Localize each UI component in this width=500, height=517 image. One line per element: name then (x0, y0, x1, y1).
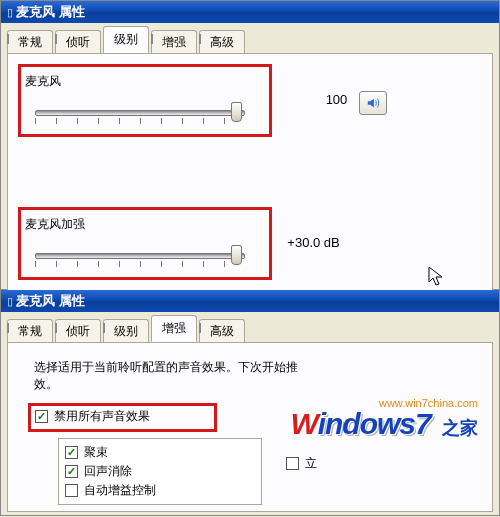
tab-advanced[interactable]: 高级 (199, 30, 245, 54)
tab-general[interactable]: 常规 (7, 30, 53, 54)
effects-list: 聚束 回声消除 自动增益控制 (58, 438, 262, 505)
tab-strip-top: 常规 侦听 级别 增强 高级 (1, 23, 499, 53)
boost-label: 麦克风加强 (25, 216, 265, 233)
effect-label: 回声消除 (84, 463, 132, 480)
highlight-mic-group: 麦克风 (18, 64, 272, 137)
effect-echo-cancel-checkbox[interactable] (65, 465, 78, 478)
window-title: 麦克风 属性 (16, 3, 85, 21)
tab-levels[interactable]: 级别 (103, 26, 149, 53)
levels-panel: 麦克风 100 麦克风加强 (7, 53, 493, 313)
mic-slider-thumb[interactable] (231, 102, 242, 122)
disable-all-effects-label: 禁用所有声音效果 (54, 408, 150, 425)
sysmenu-icon: ▯ (7, 295, 13, 308)
list-item: 聚束 (65, 443, 255, 462)
tab-listen[interactable]: 侦听 (55, 319, 101, 343)
list-item: 自动增益控制 (65, 481, 255, 500)
highlight-boost-group: 麦克风加强 (18, 207, 272, 280)
effect-label: 自动增益控制 (84, 482, 156, 499)
tab-enhance[interactable]: 增强 (151, 30, 197, 54)
right-option-checkbox[interactable] (286, 457, 299, 470)
list-item: 回声消除 (65, 462, 255, 481)
speaker-icon (366, 96, 380, 110)
window-title: 麦克风 属性 (16, 292, 85, 310)
tab-enhance[interactable]: 增强 (151, 315, 197, 342)
boost-slider-thumb[interactable] (231, 245, 242, 265)
enhance-description: 选择适用于当前聆听配置的声音效果。下次开始推 效。 (18, 353, 482, 399)
mic-properties-window-levels: ▯ 麦克风 属性 常规 侦听 级别 增强 高级 麦克风 100 (0, 0, 500, 290)
titlebar-bottom[interactable]: ▯ 麦克风 属性 (1, 290, 499, 312)
mic-boost-slider[interactable] (35, 243, 245, 267)
mic-volume-value: 100 (287, 92, 347, 107)
tab-levels[interactable]: 级别 (103, 319, 149, 343)
effect-beamforming-checkbox[interactable] (65, 446, 78, 459)
disable-all-effects-checkbox[interactable] (35, 410, 48, 423)
tab-general[interactable]: 常规 (7, 319, 53, 343)
titlebar-top[interactable]: ▯ 麦克风 属性 (1, 1, 499, 23)
right-option-label: 立 (305, 455, 317, 472)
tab-listen[interactable]: 侦听 (55, 30, 101, 54)
effect-label: 聚束 (84, 444, 108, 461)
tab-strip-bottom: 常规 侦听 级别 增强 高级 (1, 312, 499, 342)
sysmenu-icon: ▯ (7, 6, 13, 19)
mic-properties-window-enhance: ▯ 麦克风 属性 常规 侦听 级别 增强 高级 选择适用于当前聆听配置的声音效果… (0, 290, 500, 516)
tab-advanced[interactable]: 高级 (199, 319, 245, 343)
highlight-disable-all: 禁用所有声音效果 (28, 403, 217, 432)
mic-volume-slider[interactable] (35, 100, 245, 124)
mute-button[interactable] (359, 91, 387, 115)
effect-agc-checkbox[interactable] (65, 484, 78, 497)
enhance-panel: 选择适用于当前聆听配置的声音效果。下次开始推 效。 www.win7china.… (7, 342, 493, 512)
mic-boost-value: +30.0 dB (287, 235, 357, 250)
mic-label: 麦克风 (25, 73, 265, 90)
